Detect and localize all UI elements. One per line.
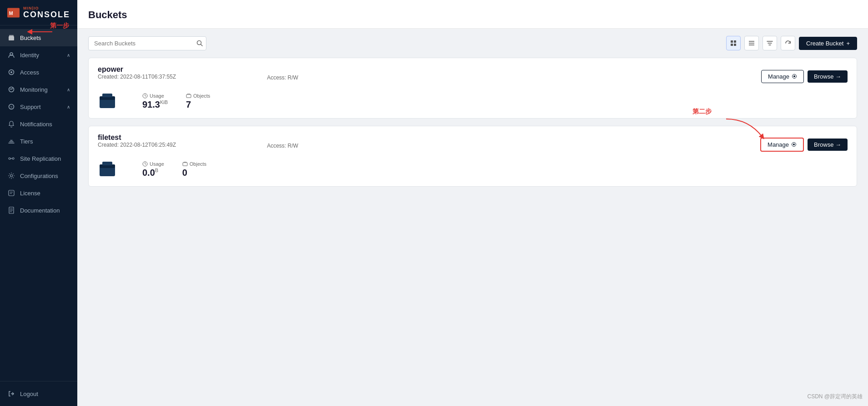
create-bucket-label: Create Bucket <box>806 40 843 47</box>
svg-rect-29 <box>102 94 112 97</box>
browse-button-epower[interactable]: Browse → <box>808 70 848 83</box>
search-button[interactable] <box>196 40 203 46</box>
site-replication-label: Site Replication <box>20 155 61 162</box>
svg-rect-20 <box>731 44 733 46</box>
sidebar: M MIN|IO CONSOLE 第一步 Buckets <box>0 0 77 406</box>
search-icon <box>196 40 203 46</box>
sidebar-item-logout[interactable]: Logout <box>0 385 77 402</box>
bucket-header-epower: epower Created: 2022-08-11T06:37:55Z Acc… <box>98 65 848 87</box>
grid-icon <box>730 40 737 46</box>
configurations-icon <box>7 172 15 180</box>
bucket-shape-icon <box>98 93 117 110</box>
manage-label-filetest: Manage <box>768 141 789 148</box>
sidebar-item-identity[interactable]: Identity ∧ <box>0 46 77 64</box>
content-area: Create Bucket + epower Created: 2022-08-… <box>77 29 868 406</box>
list-icon <box>748 40 755 46</box>
bucket-stats-epower: Usage 91.3KiB Objects 7 <box>98 92 848 111</box>
filter-icon <box>767 40 773 46</box>
tiers-label: Tiers <box>20 138 33 145</box>
sidebar-item-monitoring[interactable]: Monitoring ∧ <box>0 81 77 98</box>
browse-label-filetest: Browse → <box>814 141 841 148</box>
bucket-info-epower: epower Created: 2022-08-11T06:37:55Z Acc… <box>98 65 761 87</box>
notifications-icon <box>7 120 15 128</box>
identity-chevron: ∧ <box>67 53 70 58</box>
usage-stat-epower: Usage 91.3KiB <box>142 93 168 110</box>
buckets-label: Buckets <box>20 35 41 41</box>
main-content: Buckets <box>77 0 868 406</box>
list-view-button[interactable] <box>744 36 759 50</box>
usage-label-epower: Usage <box>142 93 168 99</box>
svg-rect-21 <box>734 44 736 46</box>
bucket-shape-icon-filetest <box>98 161 117 178</box>
logout-label: Logout <box>20 391 38 397</box>
create-bucket-button[interactable]: Create Bucket + <box>799 37 857 50</box>
usage-icon <box>142 93 148 99</box>
grid-view-button[interactable] <box>726 36 741 50</box>
usage-value-epower: 91.3KiB <box>142 99 168 110</box>
sidebar-logo-text: MIN|IO CONSOLE <box>23 6 70 19</box>
sidebar-item-site-replication[interactable]: Site Replication <box>0 150 77 167</box>
bucket-meta-row-epower: Created: 2022-08-11T06:37:55Z Access: R/… <box>98 74 761 82</box>
sidebar-item-support[interactable]: ? Support ∧ <box>0 98 77 115</box>
bucket-card-filetest: filetest Created: 2022-08-12T06:25:49Z A… <box>88 126 857 187</box>
objects-label-filetest: Objects <box>182 161 206 167</box>
manage-button-epower[interactable]: Manage <box>761 70 804 83</box>
license-label: License <box>20 190 40 197</box>
minio-logo-icon: M <box>7 8 20 18</box>
access-label: Access <box>20 69 39 76</box>
support-label: Support <box>20 104 41 110</box>
sidebar-item-notifications[interactable]: Notifications <box>0 115 77 133</box>
logo-main: CONSOLE <box>23 10 70 19</box>
identity-label: Identity <box>20 52 39 59</box>
sidebar-item-documentation[interactable]: Documentation <box>0 202 77 219</box>
svg-point-12 <box>12 158 14 159</box>
bucket-access-epower: Access: R/W <box>267 74 298 81</box>
svg-rect-18 <box>731 40 733 43</box>
objects-label-epower: Objects <box>186 93 210 99</box>
bucket-stats-filetest: Usage 0.0B Objects <box>98 160 848 179</box>
monitoring-label: Monitoring <box>20 86 48 93</box>
bucket-icon <box>7 34 15 42</box>
svg-rect-31 <box>186 94 191 98</box>
monitoring-icon <box>7 85 15 94</box>
bucket-card-filetest-wrapper: 第二步 filetest Created: 2022-08-12T06:25:4… <box>88 126 857 187</box>
sidebar-bottom: Logout <box>0 381 77 406</box>
objects-icon-filetest <box>182 161 188 167</box>
svg-text:M: M <box>9 10 13 15</box>
search-input[interactable] <box>88 36 206 50</box>
browse-button-filetest[interactable]: Browse → <box>808 139 848 151</box>
svg-rect-3 <box>9 36 14 40</box>
usage-label-filetest: Usage <box>142 161 164 167</box>
bucket-meta-row-filetest: Created: 2022-08-12T06:25:49Z Access: R/… <box>98 142 760 150</box>
logout-icon <box>7 390 15 398</box>
refresh-button[interactable] <box>781 36 795 50</box>
svg-rect-36 <box>102 162 112 165</box>
sidebar-item-buckets[interactable]: Buckets <box>0 29 77 46</box>
search-wrapper <box>88 36 206 50</box>
tiers-icon <box>7 137 15 145</box>
svg-rect-38 <box>183 163 187 166</box>
documentation-label: Documentation <box>20 207 60 214</box>
svg-rect-14 <box>9 190 14 196</box>
sidebar-item-tiers[interactable]: Tiers <box>0 133 77 150</box>
bucket-name-epower: epower <box>98 65 761 74</box>
bucket-created-filetest: Created: 2022-08-12T06:25:49Z <box>98 142 176 148</box>
filter-button[interactable] <box>763 36 777 50</box>
manage-button-filetest[interactable]: Manage <box>760 138 804 152</box>
svg-line-17 <box>201 45 203 46</box>
support-icon: ? <box>7 103 15 111</box>
svg-point-11 <box>9 158 10 159</box>
manage-label-epower: Manage <box>768 73 789 80</box>
svg-point-7 <box>10 71 12 73</box>
bucket-actions-epower: Manage Browse → <box>761 70 848 83</box>
usage-icon-filetest <box>142 161 148 167</box>
bucket-icon-filetest <box>98 160 117 179</box>
bucket-access-filetest: Access: R/W <box>267 143 298 149</box>
sidebar-item-configurations[interactable]: Configurations <box>0 167 77 184</box>
sidebar-item-license[interactable]: License <box>0 184 77 202</box>
watermark: CSDN @辞定谔的英雄 <box>807 393 863 401</box>
sidebar-item-access[interactable]: Access <box>0 64 77 81</box>
license-icon <box>7 189 15 197</box>
page-title: Buckets <box>88 9 857 21</box>
svg-point-25 <box>793 75 795 77</box>
